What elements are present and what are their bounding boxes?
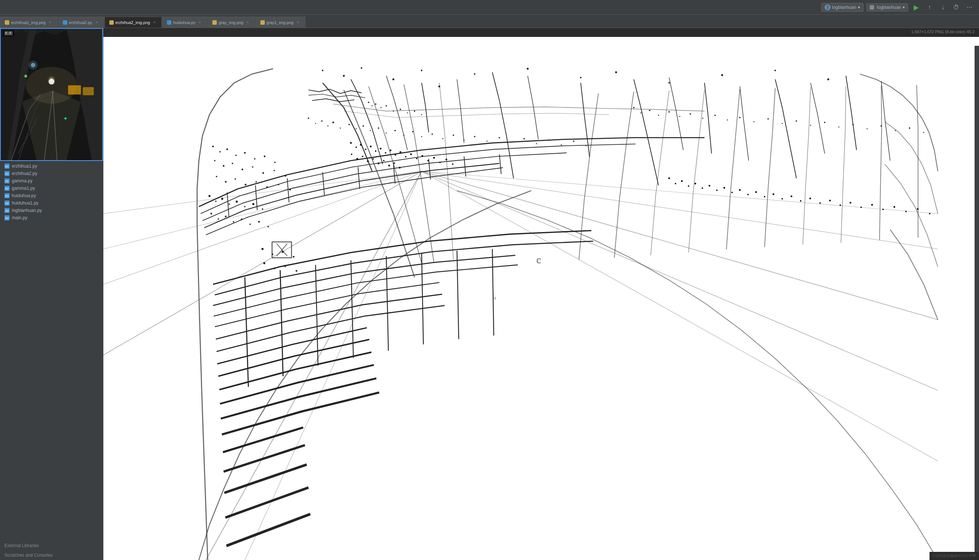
svg-rect-12 xyxy=(83,87,94,95)
file-item-erzhihua1[interactable]: py erzhihua1.py xyxy=(0,162,103,170)
tab-close-4[interactable]: × xyxy=(197,20,202,25)
svg-point-175 xyxy=(410,153,412,155)
tab-label-2: erzhihua2.py xyxy=(69,20,92,25)
svg-point-116 xyxy=(264,155,265,157)
svg-point-119 xyxy=(223,165,225,167)
user-icon: 👤 xyxy=(825,5,831,10)
svg-text:c: c xyxy=(537,254,541,265)
update-button[interactable]: ↓ xyxy=(937,2,948,13)
svg-point-113 xyxy=(235,155,237,156)
tab-erzhihua2-img[interactable]: erzhihua2_img.png × xyxy=(105,17,162,28)
top-toolbar: 👤 logbianhuan ▾ logbianhuan ▾ ▶ ↑ ↓ ⏱ ⋯ xyxy=(0,0,979,15)
svg-point-193 xyxy=(668,178,670,179)
branch-dropdown[interactable]: logbianhuan ▾ xyxy=(866,3,908,12)
sidebar: 图图 py erzhihua1.py py erzhihua2.py py ga… xyxy=(0,28,103,560)
svg-point-98 xyxy=(767,118,769,120)
image-display[interactable]: c ,, xyxy=(103,28,979,560)
svg-point-78 xyxy=(499,137,500,138)
svg-point-121 xyxy=(242,169,243,170)
svg-point-31 xyxy=(375,103,376,105)
commit-button[interactable]: ↑ xyxy=(924,2,935,13)
svg-point-183 xyxy=(351,153,352,155)
svg-point-74 xyxy=(453,134,454,136)
svg-point-100 xyxy=(796,120,797,122)
tab-erzhihua2-py[interactable]: erzhihua2.py × xyxy=(58,17,104,28)
svg-point-210 xyxy=(800,200,801,202)
more-button[interactable]: ⋯ xyxy=(964,2,974,13)
svg-point-99 xyxy=(782,123,783,124)
svg-point-197 xyxy=(694,183,696,185)
svg-point-170 xyxy=(385,152,386,153)
svg-point-38 xyxy=(421,114,422,115)
tab-gray1-img[interactable]: gray1_img.png × xyxy=(255,17,305,28)
tab-close-1[interactable]: × xyxy=(48,20,53,25)
svg-point-169 xyxy=(380,148,382,150)
svg-point-149 xyxy=(267,226,269,227)
svg-point-123 xyxy=(262,172,264,174)
svg-point-163 xyxy=(350,142,352,144)
file-item-huiduhua1[interactable]: py huiduhua1.py xyxy=(0,199,103,207)
tab-close-2[interactable]: × xyxy=(94,20,99,25)
external-libraries[interactable]: External Libraries xyxy=(0,541,103,550)
svg-point-202 xyxy=(731,192,733,193)
history-button[interactable]: ⏱ xyxy=(951,2,961,13)
svg-point-83 xyxy=(560,144,562,145)
svg-point-114 xyxy=(244,152,246,154)
file-name-erzhihua2: erzhihua2.py xyxy=(12,171,37,176)
svg-point-130 xyxy=(255,181,257,183)
image-info-text: 1,687×1,072 PNG (8-bit color) 45.2 xyxy=(911,30,974,34)
svg-point-189 xyxy=(383,160,384,161)
svg-point-71 xyxy=(421,136,422,137)
svg-rect-11 xyxy=(68,85,81,95)
file-item-huiduhua[interactable]: py huiduhua.py xyxy=(0,192,103,199)
tab-icon-png-5 xyxy=(212,20,217,25)
scratches-consoles[interactable]: Scratches and Consoles xyxy=(0,550,103,560)
file-item-gamma1[interactable]: py gamma1.py xyxy=(0,185,103,192)
svg-point-88 xyxy=(649,110,650,111)
svg-point-66 xyxy=(378,127,379,129)
svg-point-56 xyxy=(308,117,309,119)
tab-close-6[interactable]: × xyxy=(295,20,300,25)
svg-point-65 xyxy=(370,130,371,131)
svg-point-204 xyxy=(747,194,749,195)
svg-point-141 xyxy=(262,208,263,210)
svg-point-191 xyxy=(394,162,395,164)
svg-point-24 xyxy=(615,72,617,73)
run-button[interactable]: ▶ xyxy=(911,2,921,13)
svg-rect-14 xyxy=(103,37,938,560)
svg-point-15 xyxy=(322,70,323,71)
svg-point-111 xyxy=(219,151,221,152)
file-item-gamma[interactable]: py gamma.py xyxy=(0,177,103,185)
file-name-erzhihua1: erzhihua1.py xyxy=(12,163,37,169)
svg-point-77 xyxy=(486,141,487,142)
file-item-erzhihua2[interactable]: py erzhihua2.py xyxy=(0,170,103,177)
svg-point-221 xyxy=(917,208,919,210)
svg-point-166 xyxy=(365,149,367,150)
tab-huiduhua-py[interactable]: huiduhua.py × xyxy=(162,17,207,28)
user-label: logbianhuan xyxy=(832,5,856,10)
file-name-logbianhuan: logbianhuan.py xyxy=(12,208,42,213)
branch-chevron: ▾ xyxy=(902,5,905,10)
svg-point-209 xyxy=(791,195,792,197)
svg-point-82 xyxy=(548,140,550,141)
svg-point-218 xyxy=(882,208,884,210)
user-dropdown[interactable]: 👤 logbianhuan ▾ xyxy=(821,3,863,12)
svg-point-133 xyxy=(289,188,291,190)
svg-point-180 xyxy=(439,162,441,163)
tab-erzhihua1-img[interactable]: erzhihua1_img.png × xyxy=(0,17,58,28)
file-item-logbianhuan[interactable]: py logbianhuan.py xyxy=(0,207,103,214)
svg-point-222 xyxy=(929,213,931,215)
tab-gray-img[interactable]: gray_img.png × xyxy=(208,17,255,28)
file-icon-py-2: py xyxy=(5,171,10,176)
file-icon-py: py xyxy=(5,163,10,169)
tab-close-5[interactable]: × xyxy=(245,20,250,25)
svg-point-164 xyxy=(355,147,357,148)
scrollbar-right[interactable] xyxy=(974,46,979,560)
svg-point-25 xyxy=(669,82,670,83)
svg-point-145 xyxy=(233,221,234,223)
tab-close-3[interactable]: × xyxy=(152,20,157,25)
svg-point-153 xyxy=(293,256,295,258)
svg-point-165 xyxy=(360,144,362,146)
file-item-main[interactable]: py main.py xyxy=(0,214,103,222)
svg-point-17 xyxy=(361,68,362,69)
